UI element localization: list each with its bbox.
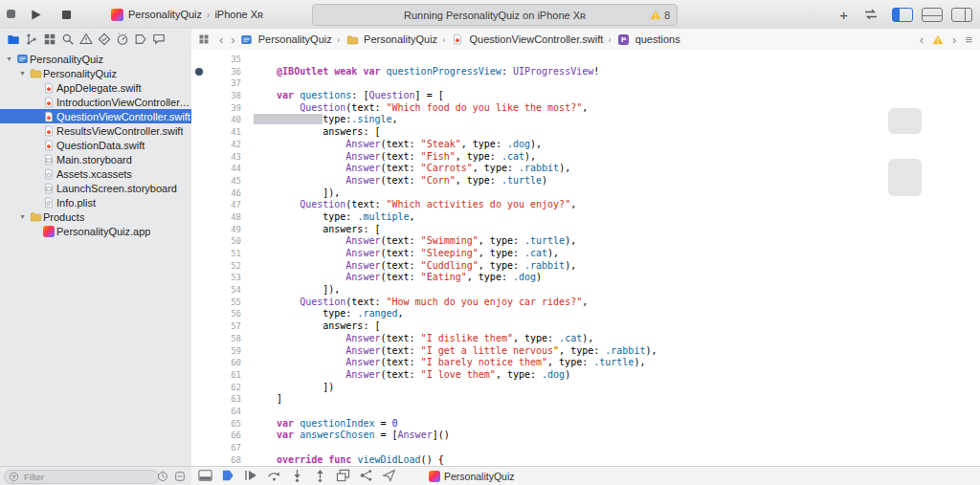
- code-line[interactable]: 64: [191, 406, 980, 418]
- breadcrumb-item-personalityquiz[interactable]: PersonalityQuiz: [345, 33, 437, 46]
- line-number[interactable]: 65: [191, 418, 248, 430]
- code-line[interactable]: 39 Question(text: "Which food do you lik…: [191, 102, 980, 115]
- code-line[interactable]: 36 @IBOutlet weak var questionProgressVi…: [191, 66, 980, 78]
- recent-files-icon[interactable]: [156, 470, 168, 482]
- stack-frame-selector[interactable]: PersonalityQuiz: [429, 467, 515, 485]
- source-control-status-icon[interactable]: [173, 470, 186, 482]
- line-number[interactable]: 48: [191, 211, 248, 224]
- line-number[interactable]: 51: [191, 248, 248, 260]
- breadcrumb-item-questions[interactable]: Pquestions: [616, 33, 680, 45]
- sidebar-item-introductionviewcontroller-swift[interactable]: IntroductionViewController.swift: [0, 95, 191, 109]
- code-text[interactable]: var questionIndex = 0: [248, 418, 398, 430]
- code-line[interactable]: 50 Answer(text: "Swimming", type: .turtl…: [191, 235, 980, 248]
- code-text[interactable]: type: .multiple,: [248, 211, 415, 224]
- code-text[interactable]: Answer(text: "Sleeping", type: .cat),: [248, 248, 559, 260]
- forward-button[interactable]: ›: [231, 33, 234, 46]
- code-text[interactable]: ]): [248, 382, 334, 394]
- breakpoint-navigator-icon[interactable]: [133, 33, 147, 47]
- code-text[interactable]: ]),: [248, 187, 340, 200]
- code-line[interactable]: 67: [191, 442, 980, 454]
- line-number[interactable]: 59: [191, 345, 248, 358]
- line-number[interactable]: 64: [191, 406, 248, 418]
- code-text[interactable]: Answer(text: "Corn", type: .turtle): [248, 175, 547, 187]
- line-number[interactable]: 53: [191, 272, 248, 284]
- issue-navigator-icon[interactable]: [78, 33, 93, 47]
- code-line[interactable]: 47 Question(text: "Which activities do y…: [191, 199, 980, 211]
- code-text[interactable]: Answer(text: "Swimming", type: .turtle),: [248, 235, 576, 248]
- code-text[interactable]: Question(text: "How much do you enjoy ca…: [248, 297, 588, 309]
- code-line[interactable]: 52 Answer(text: "Cuddling", type: .rabbi…: [191, 260, 980, 273]
- step-over-icon[interactable]: [266, 469, 281, 483]
- line-number[interactable]: 62: [191, 382, 248, 394]
- code-text[interactable]: [248, 406, 254, 418]
- related-items-icon[interactable]: [198, 33, 210, 45]
- code-text[interactable]: Answer(text: "I barely notice them", typ…: [248, 357, 645, 369]
- code-line[interactable]: 55 Question(text: "How much do you enjoy…: [191, 297, 980, 309]
- code-text[interactable]: [248, 442, 254, 454]
- toggle-debug-area-button[interactable]: [922, 8, 943, 22]
- code-text[interactable]: @IBOutlet weak var questionProgressView:…: [248, 66, 599, 78]
- code-text[interactable]: Answer(text: "Carrots", type: .rabbit),: [248, 163, 570, 175]
- code-text[interactable]: Answer(text: "Fish", type: .cat),: [248, 151, 536, 164]
- source-control-navigator-icon[interactable]: [24, 33, 38, 47]
- editor-arrows-icon[interactable]: [863, 8, 879, 21]
- step-out-icon[interactable]: [312, 469, 327, 483]
- report-navigator-icon[interactable]: [151, 33, 166, 47]
- code-line[interactable]: 56 type: .ranged,: [191, 308, 980, 320]
- code-line[interactable]: 37: [191, 77, 980, 90]
- sidebar-item-personalityquiz-app[interactable]: PersonalityQuiz.app: [0, 224, 191, 238]
- step-into-icon[interactable]: [289, 469, 304, 483]
- stop-button[interactable]: [57, 7, 75, 22]
- code-text[interactable]: Question(text: "Which activities do you …: [248, 199, 576, 211]
- code-line[interactable]: 46 ]),: [191, 187, 980, 200]
- code-line[interactable]: 59 Answer(text: "I get a little nervous"…: [191, 345, 980, 358]
- line-number[interactable]: 61: [191, 369, 248, 382]
- code-text[interactable]: type: .ranged,: [248, 308, 404, 320]
- code-line[interactable]: 60 Answer(text: "I barely notice them", …: [191, 357, 980, 369]
- sidebar-item-questiondata-swift[interactable]: QuestionData.swift: [0, 138, 191, 152]
- code-line[interactable]: 41 answers: [: [191, 126, 980, 139]
- continue-icon[interactable]: [243, 469, 258, 483]
- code-text[interactable]: var answersChosen = [Answer](): [248, 430, 450, 442]
- code-text[interactable]: answers: [: [248, 320, 380, 333]
- code-line[interactable]: 63 ]: [191, 393, 980, 406]
- code-line[interactable]: 68 override func viewDidLoad() {: [191, 454, 980, 467]
- code-text[interactable]: Answer(text: "I get a little nervous", t…: [248, 345, 657, 358]
- warning-badge[interactable]: 8: [650, 5, 670, 25]
- code-text[interactable]: override func viewDidLoad() {: [248, 454, 444, 467]
- line-number[interactable]: 42: [191, 139, 248, 151]
- line-number[interactable]: 56: [191, 308, 248, 320]
- source-editor[interactable]: 3536 @IBOutlet weak var questionProgress…: [191, 50, 980, 467]
- symbol-navigator-icon[interactable]: [42, 33, 56, 47]
- code-text[interactable]: answers: [: [248, 126, 380, 139]
- project-navigator-icon[interactable]: [6, 33, 20, 47]
- code-line[interactable]: 61 Answer(text: "I love them", type: .do…: [191, 369, 980, 382]
- code-line[interactable]: 65 var questionIndex = 0: [191, 418, 980, 430]
- code-text[interactable]: [248, 54, 254, 66]
- code-line[interactable]: 49 answers: [: [191, 224, 980, 236]
- breadcrumb-item-questionviewcontroller-swift[interactable]: QuestionViewController.swift: [450, 33, 603, 45]
- breadcrumb-item-personalityquiz[interactable]: PersonalityQuiz: [239, 33, 332, 46]
- sidebar-item-personalityquiz[interactable]: ▾PersonalityQuiz: [0, 66, 191, 80]
- sidebar-item-launchscreen-storyboard[interactable]: LaunchScreen.storyboard: [0, 181, 191, 195]
- line-number[interactable]: 55: [191, 297, 248, 309]
- line-number[interactable]: 45: [191, 175, 248, 187]
- sidebar-item-main-storyboard[interactable]: Main.storyboard: [0, 152, 191, 166]
- line-number[interactable]: 66: [191, 430, 248, 442]
- line-number[interactable]: 40: [191, 114, 248, 126]
- code-line[interactable]: 57 answers: [: [191, 320, 980, 333]
- breakpoints-toggle-icon[interactable]: [220, 469, 235, 483]
- code-line[interactable]: 45 Answer(text: "Corn", type: .turtle): [191, 175, 980, 187]
- line-number[interactable]: 36: [191, 66, 248, 78]
- next-issue-button[interactable]: ›: [952, 33, 956, 47]
- line-number[interactable]: 43: [191, 151, 248, 164]
- code-line[interactable]: 54 ]),: [191, 284, 980, 297]
- line-number[interactable]: 38: [191, 90, 248, 102]
- debug-navigator-icon[interactable]: [115, 33, 129, 47]
- sidebar-item-appdelegate-swift[interactable]: AppDelegate.swift: [0, 80, 191, 95]
- code-line[interactable]: 62 ]): [191, 382, 980, 394]
- code-line[interactable]: 42 Answer(text: "Steak", type: .dog),: [191, 139, 980, 151]
- scheme-selector[interactable]: PersonalityQuiz › iPhone Xʀ: [111, 6, 263, 23]
- code-text[interactable]: Answer(text: "Eating", type: .dog): [248, 272, 542, 284]
- line-number[interactable]: 44: [191, 163, 248, 175]
